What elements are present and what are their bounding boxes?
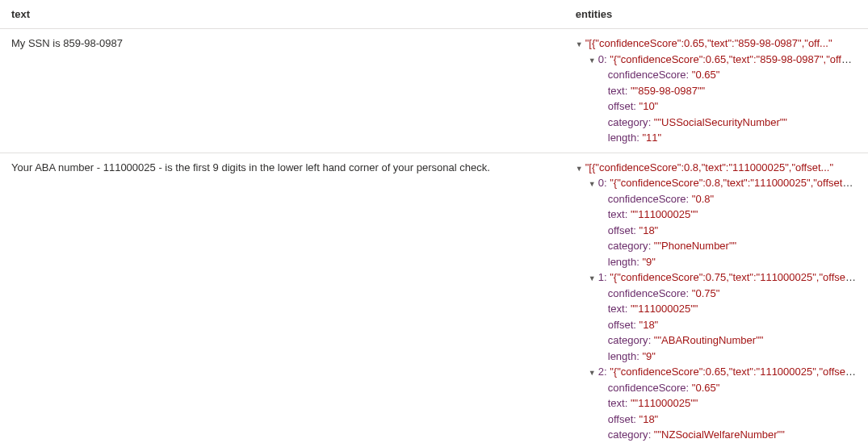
results-table: text entities My SSN is 859-98-0987▼"[{"… xyxy=(0,0,868,443)
cell-entities: ▼"[{"confidenceScore":0.8,"text":"111000… xyxy=(564,153,868,443)
tree-prop-category: category: ""NZSocialWelfareNumber"" xyxy=(576,427,857,443)
tree-prop-confidenceScore: confidenceScore: "0.75" xyxy=(576,286,857,302)
tree-prop-text: text: ""111000025"" xyxy=(576,207,857,223)
tree-root-node[interactable]: ▼"[{"confidenceScore":0.65,"text":"859-9… xyxy=(576,36,857,52)
expand-caret-icon[interactable]: ▼ xyxy=(589,274,597,285)
expand-caret-icon[interactable]: ▼ xyxy=(589,179,597,190)
tree-root-node[interactable]: ▼"[{"confidenceScore":0.8,"text":"111000… xyxy=(576,160,857,176)
table-row: My SSN is 859-98-0987▼"[{"confidenceScor… xyxy=(0,29,868,153)
tree-prop-offset: offset: "18" xyxy=(576,223,857,239)
cell-text: My SSN is 859-98-0987 xyxy=(0,29,564,153)
tree-prop-length: length: "9" xyxy=(576,254,857,270)
header-row: text entities xyxy=(0,0,868,29)
tree-prop-category: category: ""USSocialSecurityNumber"" xyxy=(576,115,857,131)
tree-prop-length: length: "9" xyxy=(576,349,857,365)
tree-prop-text: text: ""111000025"" xyxy=(576,395,857,412)
tree-prop-text: text: ""859-98-0987"" xyxy=(576,83,857,99)
json-tree: ▼"[{"confidenceScore":0.8,"text":"111000… xyxy=(576,160,857,444)
col-header-entities[interactable]: entities xyxy=(564,0,868,29)
cell-text: Your ABA number - 111000025 - is the fir… xyxy=(0,153,564,443)
tree-item-node[interactable]: ▼1: "{"confidenceScore":0.75,"text":"111… xyxy=(576,270,857,286)
table-row: Your ABA number - 111000025 - is the fir… xyxy=(0,153,868,443)
tree-prop-confidenceScore: confidenceScore: "0.65" xyxy=(576,380,857,396)
tree-item-node[interactable]: ▼0: "{"confidenceScore":0.65,"text":"859… xyxy=(576,52,857,68)
tree-prop-category: category: ""PhoneNumber"" xyxy=(576,238,857,254)
cell-entities: ▼"[{"confidenceScore":0.65,"text":"859-9… xyxy=(564,29,868,153)
tree-prop-confidenceScore: confidenceScore: "0.65" xyxy=(576,67,857,83)
tree-item-node[interactable]: ▼0: "{"confidenceScore":0.8,"text":"1110… xyxy=(576,175,857,191)
tree-prop-category: category: ""ABARoutingNumber"" xyxy=(576,332,857,349)
tree-prop-confidenceScore: confidenceScore: "0.8" xyxy=(576,191,857,207)
expand-caret-icon[interactable]: ▼ xyxy=(576,164,584,175)
tree-prop-text: text: ""111000025"" xyxy=(576,301,857,317)
expand-caret-icon[interactable]: ▼ xyxy=(576,40,584,51)
tree-item-node[interactable]: ▼2: "{"confidenceScore":0.65,"text":"111… xyxy=(576,364,857,380)
json-tree: ▼"[{"confidenceScore":0.65,"text":"859-9… xyxy=(576,36,857,146)
expand-caret-icon[interactable]: ▼ xyxy=(589,368,597,379)
tree-prop-offset: offset: "18" xyxy=(576,317,857,333)
tree-prop-length: length: "11" xyxy=(576,130,857,146)
tree-prop-offset: offset: "10" xyxy=(576,98,857,115)
col-header-text[interactable]: text xyxy=(0,0,564,29)
tree-prop-offset: offset: "18" xyxy=(576,412,857,428)
expand-caret-icon[interactable]: ▼ xyxy=(589,56,597,67)
